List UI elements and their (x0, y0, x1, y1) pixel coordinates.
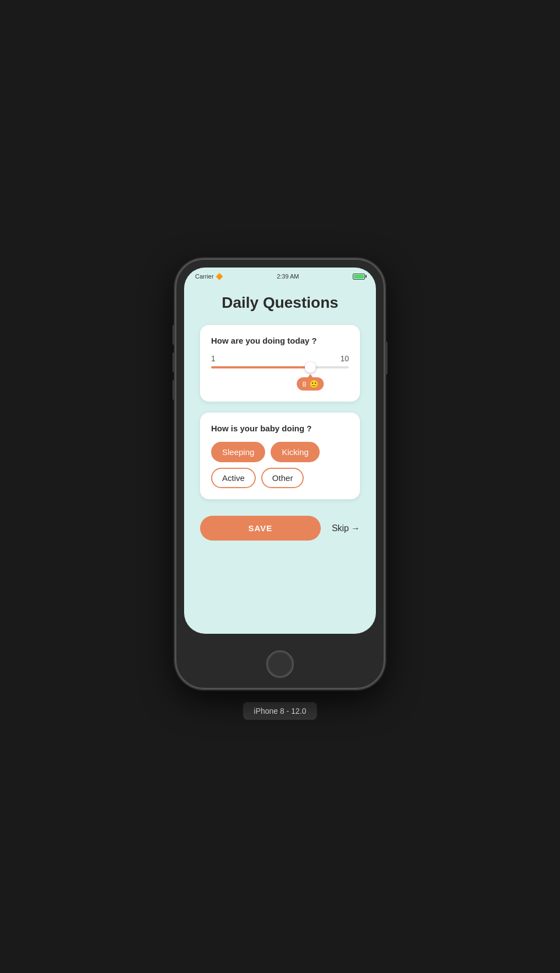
smiley-icon: 🙂 (309, 379, 319, 388)
option-kicking[interactable]: Kicking (271, 442, 319, 462)
skip-row[interactable]: Skip → (332, 523, 360, 533)
option-active[interactable]: Active (211, 468, 256, 488)
slider-fill (211, 366, 310, 368)
slider-max-label: 10 (340, 354, 349, 363)
screen-content: Daily Questions How are you doing today … (184, 283, 376, 634)
mood-card: How are you doing today ? 1 10 8 (200, 325, 360, 402)
carrier-info: Carrier 🔶 (195, 273, 223, 280)
status-bar: Carrier 🔶 2:39 AM (184, 268, 376, 283)
scene: Carrier 🔶 2:39 AM Daily Questions How ar… (164, 237, 396, 736)
slider-value: 8 (302, 380, 306, 388)
device-label: iPhone 8 - 12.0 (243, 702, 317, 720)
home-button[interactable] (266, 650, 294, 678)
option-sleeping[interactable]: Sleeping (211, 442, 265, 462)
actions-row: SAVE Skip → (200, 516, 360, 541)
slider-labels: 1 10 (211, 354, 349, 363)
page-title: Daily Questions (222, 294, 338, 312)
baby-card: How is your baby doing ? Sleeping Kickin… (200, 413, 360, 499)
baby-question: How is your baby doing ? (211, 424, 349, 433)
slider-tooltip: 8 🙂 (297, 377, 324, 391)
battery-icon (353, 274, 365, 280)
options-container: Sleeping Kicking Active Other (211, 442, 349, 488)
skip-arrow-icon: → (351, 523, 360, 533)
save-button[interactable]: SAVE (200, 516, 321, 541)
option-other[interactable]: Other (261, 468, 304, 488)
mood-question: How are you doing today ? (211, 336, 349, 345)
skip-text: Skip (332, 523, 349, 533)
battery-fill (354, 275, 364, 279)
slider-thumb[interactable] (305, 362, 316, 373)
carrier-text: Carrier (195, 273, 214, 280)
time-display: 2:39 AM (277, 273, 299, 280)
battery-indicator (353, 274, 365, 280)
phone-shell: Carrier 🔶 2:39 AM Daily Questions How ar… (175, 259, 385, 689)
slider-container: 8 🙂 (211, 366, 349, 391)
slider-track[interactable] (211, 366, 349, 368)
screen: Carrier 🔶 2:39 AM Daily Questions How ar… (184, 268, 376, 634)
wifi-icon: 🔶 (216, 273, 223, 280)
slider-min-label: 1 (211, 354, 216, 363)
